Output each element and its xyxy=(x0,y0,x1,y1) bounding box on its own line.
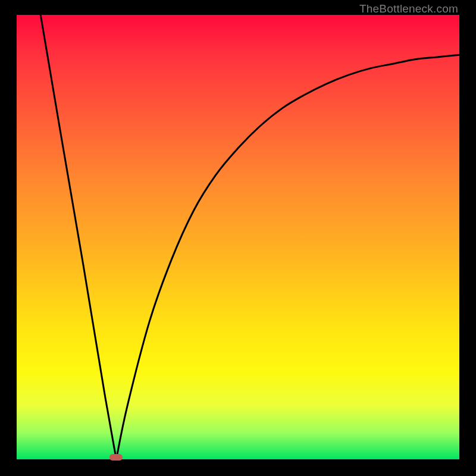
attribution-text: TheBottleneck.com xyxy=(359,2,458,15)
plot-area xyxy=(17,15,459,459)
vertex-marker xyxy=(109,454,123,461)
bottleneck-curve xyxy=(17,15,459,459)
curve-right-branch xyxy=(116,55,459,459)
curve-left-branch xyxy=(40,15,116,459)
outer-frame: TheBottleneck.com xyxy=(0,0,476,476)
